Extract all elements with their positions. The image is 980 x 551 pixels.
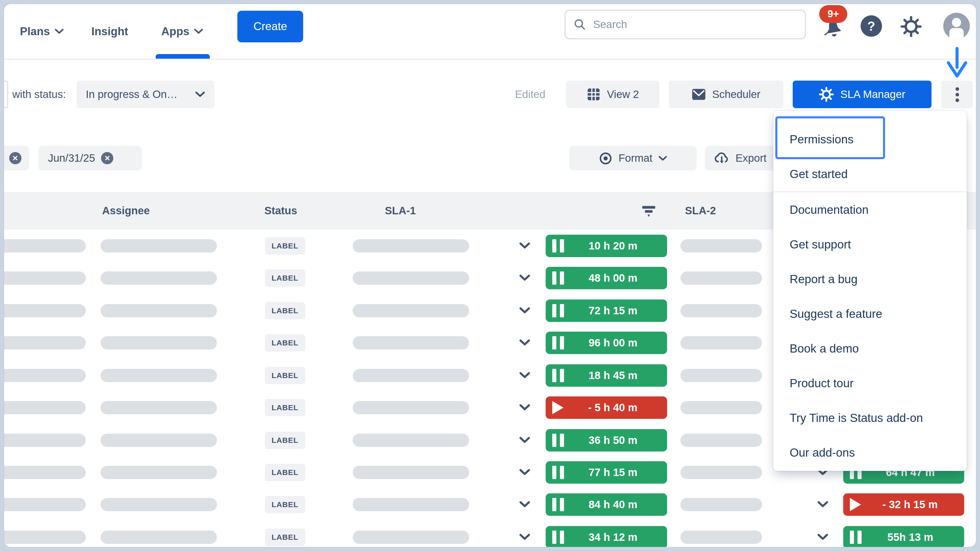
chevron-down-icon[interactable] xyxy=(519,241,530,250)
more-options-menu: PermissionsGet startedDocumentationGet s… xyxy=(773,111,967,471)
format-button[interactable]: Format xyxy=(569,146,697,170)
edited-indicator: Edited xyxy=(515,81,546,108)
nav-apps-label: Apps xyxy=(161,25,189,38)
sla1-placeholder xyxy=(353,498,469,511)
status-label-badge[interactable]: LABEL xyxy=(265,302,305,319)
user-avatar[interactable] xyxy=(943,13,970,39)
chevron-down-icon xyxy=(54,29,64,34)
menu-item-get-started[interactable]: Get started xyxy=(773,157,967,191)
cut-off-control xyxy=(3,81,8,108)
sla2-placeholder xyxy=(680,304,762,317)
status-label-badge[interactable]: LABEL xyxy=(265,431,305,449)
filter-funnel-icon[interactable] xyxy=(641,192,656,230)
header-status[interactable]: Status xyxy=(264,192,297,230)
key-placeholder xyxy=(3,271,86,284)
status-label-badge[interactable]: LABEL xyxy=(265,269,305,286)
status-label-badge[interactable]: LABEL xyxy=(265,528,305,546)
remove-chip-icon[interactable]: ✕ xyxy=(9,152,21,164)
key-placeholder xyxy=(3,401,86,414)
chevron-down-icon[interactable] xyxy=(519,306,530,314)
menu-item-suggest-a-feature[interactable]: Suggest a feature xyxy=(773,297,967,331)
nav-plans[interactable]: Plans xyxy=(20,4,64,59)
header-assignee[interactable]: Assignee xyxy=(102,192,150,230)
assignee-placeholder xyxy=(100,271,217,284)
sla2-timer-badge[interactable]: - 32 h 15 m xyxy=(843,493,964,516)
chevron-down-icon[interactable] xyxy=(519,274,530,282)
key-placeholder xyxy=(3,530,86,544)
sla1-timer-badge[interactable]: 77 h 15 m xyxy=(546,461,667,483)
search-input[interactable] xyxy=(593,18,797,30)
chevron-down-icon[interactable] xyxy=(519,436,530,444)
menu-item-documentation[interactable]: Documentation xyxy=(773,192,967,227)
sla1-timer-badge[interactable]: 96 h 00 m xyxy=(546,331,667,354)
status-filter-dropdown[interactable]: In progress & On… xyxy=(76,81,215,108)
chevron-down-icon[interactable] xyxy=(817,533,829,541)
menu-item-permissions[interactable]: Permissions xyxy=(773,122,967,157)
status-label-badge[interactable]: LABEL xyxy=(265,334,305,351)
sla1-timer-badge[interactable]: 48 h 00 m xyxy=(546,267,667,289)
more-options-button[interactable] xyxy=(941,81,973,108)
sla1-timer-badge[interactable]: - 5 h 40 m xyxy=(546,396,667,419)
chevron-down-icon[interactable] xyxy=(519,371,530,380)
timer-value: 77 h 15 m xyxy=(564,466,662,478)
timer-value: - 32 h 15 m xyxy=(861,498,959,510)
export-button-label: Export xyxy=(735,152,767,164)
view-button[interactable]: View 2 xyxy=(566,81,659,108)
sla1-placeholder xyxy=(353,401,469,414)
search-box[interactable] xyxy=(565,10,806,39)
menu-item-try-time-is-status-add-on[interactable]: Try Time is Status add-on xyxy=(773,400,967,435)
scheduler-button[interactable]: Scheduler xyxy=(669,81,783,108)
assignee-placeholder xyxy=(100,465,217,479)
sla1-placeholder xyxy=(353,336,469,349)
app-window: Plans Insight Apps Create 9+ xyxy=(3,3,977,548)
header-sla2[interactable]: SLA-2 xyxy=(685,192,716,230)
sla1-timer-badge[interactable]: 84 h 40 m xyxy=(546,493,667,516)
status-label-badge[interactable]: LABEL xyxy=(265,495,305,513)
nav-insight[interactable]: Insight xyxy=(91,4,128,59)
sla1-timer-badge[interactable]: 18 h 45 m xyxy=(546,364,667,386)
sla1-placeholder xyxy=(353,530,469,544)
menu-item-report-a-bug[interactable]: Report a bug xyxy=(773,262,967,297)
filter-chip-partial[interactable]: 5 ✕ xyxy=(4,146,29,170)
status-label-badge[interactable]: LABEL xyxy=(265,367,305,384)
nav-apps[interactable]: Apps xyxy=(161,4,203,59)
chevron-down-icon[interactable] xyxy=(519,533,530,541)
sla1-timer-badge[interactable]: 10 h 20 m xyxy=(546,234,667,257)
sla1-timer-badge[interactable]: 36 h 50 m xyxy=(546,429,667,451)
key-placeholder xyxy=(3,368,86,382)
grid-view-icon xyxy=(587,87,601,102)
sla1-timer-badge[interactable]: 72 h 15 m xyxy=(546,299,667,322)
create-button[interactable]: Create xyxy=(237,11,303,42)
assignee-placeholder xyxy=(100,401,217,414)
chevron-down-icon[interactable] xyxy=(519,500,530,508)
timer-value: 72 h 15 m xyxy=(564,304,662,317)
assignee-placeholder xyxy=(100,498,217,511)
chevron-down-icon xyxy=(195,91,205,97)
status-label-badge[interactable]: LABEL xyxy=(265,237,305,254)
filter-chip-date[interactable]: Jun/31/25 ✕ xyxy=(38,146,142,170)
top-navbar: Plans Insight Apps Create 9+ xyxy=(4,4,976,60)
chevron-down-icon[interactable] xyxy=(519,403,530,411)
chevron-down-icon[interactable] xyxy=(817,500,829,508)
sla1-placeholder xyxy=(353,304,469,317)
menu-item-product-tour[interactable]: Product tour xyxy=(773,366,967,400)
help-icon[interactable]: ? xyxy=(861,15,882,37)
sla-manager-button[interactable]: SLA Manager xyxy=(793,81,932,108)
sla2-placeholder xyxy=(680,530,762,544)
person-icon xyxy=(943,13,970,39)
menu-item-our-add-ons[interactable]: Our add-ons xyxy=(773,435,967,470)
cloud-download-icon xyxy=(714,151,729,165)
menu-item-book-a-demo[interactable]: Book a demo xyxy=(773,331,967,366)
chevron-down-icon[interactable] xyxy=(519,468,530,476)
sla1-timer-badge[interactable]: 34 h 12 m xyxy=(546,526,667,548)
chevron-down-icon[interactable] xyxy=(519,338,530,347)
settings-gear-icon[interactable] xyxy=(900,16,922,37)
menu-item-get-support[interactable]: Get support xyxy=(773,227,967,262)
timer-value: 18 h 45 m xyxy=(564,369,662,381)
sla2-timer-badge[interactable]: 55h 13 m xyxy=(843,526,964,548)
status-label-badge[interactable]: LABEL xyxy=(265,464,305,481)
remove-chip-icon[interactable]: ✕ xyxy=(101,152,114,164)
nav-plans-label: Plans xyxy=(20,25,50,38)
status-label-badge[interactable]: LABEL xyxy=(265,399,305,416)
header-sla1[interactable]: SLA-1 xyxy=(385,192,416,230)
